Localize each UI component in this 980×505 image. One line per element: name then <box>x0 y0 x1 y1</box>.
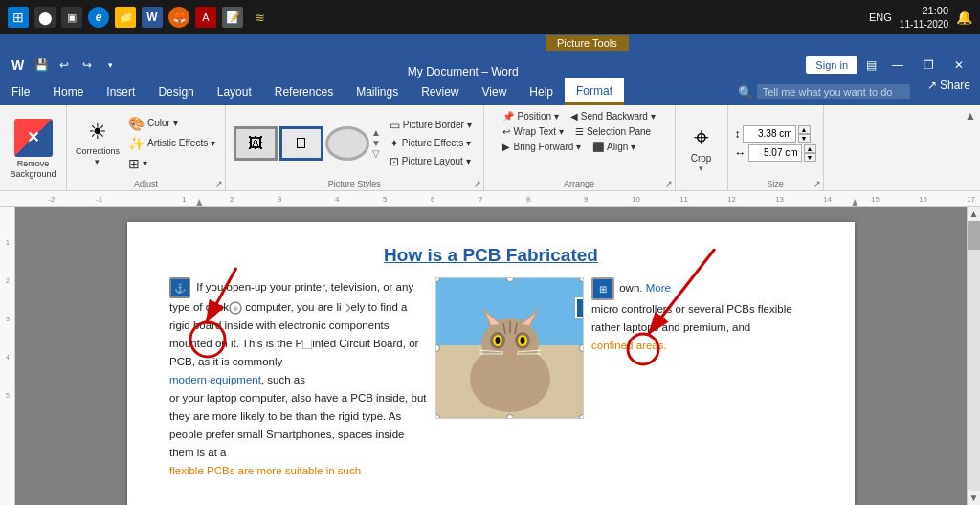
crop-label: Crop <box>691 153 712 164</box>
pic-style-3[interactable] <box>325 126 369 161</box>
layout-options-button[interactable]: ⊞ <box>575 297 584 318</box>
swatch-scroll-down[interactable]: ▼ <box>371 138 381 148</box>
notepad-icon[interactable]: 📝 <box>222 7 243 28</box>
scroll-track[interactable] <box>968 221 980 491</box>
close-button[interactable]: ✕ <box>946 52 972 78</box>
wrap-text-button[interactable]: ↩ Wrap Text ▾ <box>499 124 567 139</box>
compress-pictures-button[interactable]: ⊞ ▾ <box>124 154 219 173</box>
artistic-effects-button[interactable]: ✨ Artistic Effects ▾ <box>124 134 219 153</box>
scroll-down-button[interactable]: ▼ <box>968 491 980 505</box>
cat-svg <box>436 278 584 419</box>
svg-text:7: 7 <box>479 195 483 204</box>
selection-pane-button[interactable]: ☰ Selection Pane <box>571 124 655 139</box>
menu-format[interactable]: Format <box>565 78 624 105</box>
pic-style-1[interactable]: 🖼 <box>234 126 278 161</box>
firefox-icon[interactable]: 🦊 <box>168 7 189 28</box>
save-button[interactable]: 💾 <box>32 55 51 75</box>
picture-styles-expand[interactable]: ↗ <box>474 179 481 188</box>
picture-border-label: Picture Border ▾ <box>403 120 472 130</box>
acrobat-icon[interactable]: A <box>195 7 216 28</box>
word-taskbar-icon[interactable]: W <box>142 7 163 28</box>
document-area: 1 2 3 4 5 How is a PCB Fabricated <box>0 207 980 505</box>
height-input[interactable] <box>743 125 796 143</box>
menu-layout[interactable]: Layout <box>206 78 263 105</box>
signin-button[interactable]: Sign in <box>806 56 858 74</box>
menu-insert[interactable]: Insert <box>95 78 146 105</box>
crop-button[interactable]: ⌖ Crop ▾ <box>682 121 721 177</box>
doc-link-2[interactable]: More <box>646 282 671 294</box>
menu-mailings[interactable]: Mailings <box>345 78 410 105</box>
vertical-scrollbar[interactable]: ▲ ▼ <box>967 207 980 505</box>
restore-button[interactable]: ❐ <box>915 52 942 78</box>
height-down[interactable]: ▼ <box>798 134 811 143</box>
swatch-scroll-up[interactable]: ▲ <box>371 127 381 138</box>
corrections-button[interactable]: ☀ Corrections▾ <box>73 115 122 172</box>
width-down[interactable]: ▼ <box>804 153 816 162</box>
search-input[interactable] <box>757 84 910 99</box>
menu-view[interactable]: View <box>471 78 519 105</box>
start-button[interactable]: ⊞ <box>8 7 29 28</box>
ribbon-group-size: ↕ ▲ ▼ ↔ ▲ ▼ Size ↗ <box>728 105 824 190</box>
svg-text:-1: -1 <box>96 195 103 204</box>
height-up[interactable]: ▲ <box>798 125 811 134</box>
position-button[interactable]: 📌 Position ▾ <box>499 109 562 123</box>
menu-home[interactable]: Home <box>41 78 95 105</box>
adjust-expand-icon[interactable]: ↗ <box>215 179 223 188</box>
svg-text:12: 12 <box>727 195 736 204</box>
send-backward-button[interactable]: ◀ Send Backward ▾ <box>567 109 659 123</box>
picture-style-swatches: 🖼 🗌 ▲ ▼ ▽ <box>234 126 381 161</box>
cat-image[interactable]: ⊞ <box>435 277 584 419</box>
ribbon-collapse-button[interactable]: ▲ <box>965 109 976 122</box>
word-app-icon: W <box>8 56 28 74</box>
menu-file[interactable]: File <box>0 78 41 105</box>
file-explorer-icon[interactable]: 📁 <box>115 7 136 28</box>
minimize-button[interactable]: — <box>884 52 911 78</box>
undo-button[interactable]: ↩ <box>55 55 74 75</box>
menu-references[interactable]: References <box>263 78 345 105</box>
ribbon-display-button[interactable]: ▤ <box>861 55 880 75</box>
crop-dropdown-arrow: ▾ <box>699 164 703 173</box>
adjust-content: ☀ Corrections▾ 🎨 Color ▾ ✨ Artistic Effe… <box>73 109 219 177</box>
send-backward-icon: ◀ <box>570 111 578 121</box>
taskview-icon[interactable]: ▣ <box>61 7 82 28</box>
arrange-expand[interactable]: ↗ <box>665 179 673 188</box>
ribbon-group-picture-styles: 🖼 🗌 ▲ ▼ ▽ ▭ Picture Border ▾ ✦ Picture E… <box>226 105 484 190</box>
menu-design[interactable]: Design <box>146 78 205 105</box>
doc-link-1[interactable]: modern equipment <box>169 374 261 385</box>
pic-style-2[interactable]: 🗌 <box>279 126 323 161</box>
picture-border-button[interactable]: ▭ Picture Border ▾ <box>386 117 476 134</box>
size-expand[interactable]: ↗ <box>813 179 821 188</box>
remove-background-button[interactable]: ✕ RemoveBackground <box>9 117 58 182</box>
width-input[interactable] <box>748 144 802 162</box>
scroll-thumb[interactable] <box>968 221 980 250</box>
swatch-expand[interactable]: ▽ <box>371 148 381 159</box>
bring-forward-button[interactable]: ▶ Bring Forward ▾ <box>499 140 585 154</box>
share-button[interactable]: ↗ Share <box>918 78 980 105</box>
height-icon: ↕ <box>735 127 741 141</box>
customize-qat-button[interactable]: ▾ <box>100 55 120 75</box>
selection-pane-label: Selection Pane <box>587 126 651 137</box>
picture-effects-button[interactable]: ✦ Picture Effects ▾ <box>386 135 476 152</box>
width-up[interactable]: ▲ <box>804 144 816 153</box>
notification-area[interactable]: 🔔 <box>956 10 972 25</box>
height-row: ↕ ▲ ▼ <box>735 125 816 143</box>
align-button[interactable]: ⬛ Align ▾ <box>589 140 639 154</box>
menu-review[interactable]: Review <box>410 78 470 105</box>
scroll-area[interactable]: How is a PCB Fabricated <box>15 207 967 505</box>
wavy-icon[interactable]: ≋ <box>249 7 270 28</box>
picture-layout-button[interactable]: ⊡ Picture Layout ▾ <box>386 153 476 170</box>
document-title: My Document – Word <box>408 65 519 78</box>
size-content: ↕ ▲ ▼ ↔ ▲ ▼ <box>735 109 816 177</box>
menu-help[interactable]: Help <box>518 78 565 105</box>
doc-paragraph-2: or your laptop computer, also have a PCB… <box>169 392 427 458</box>
svg-text:⊕: ⊕ <box>233 305 238 312</box>
picture-tools-label: Picture Tools <box>546 35 629 51</box>
edge-icon[interactable]: e <box>88 7 109 28</box>
wrap-text-icon: ↩ <box>502 126 510 137</box>
redo-button[interactable]: ↪ <box>78 55 97 75</box>
title-bar-area: Picture Tools W 💾 ↩ ↪ ▾ My Document – Wo… <box>0 34 980 78</box>
color-button[interactable]: 🎨 Color ▾ <box>124 114 219 133</box>
scroll-up-button[interactable]: ▲ <box>968 207 980 221</box>
search-icon[interactable]: ⬤ <box>34 7 56 28</box>
title-bar: W 💾 ↩ ↪ ▾ My Document – Word Sign in ▤ —… <box>0 52 980 78</box>
